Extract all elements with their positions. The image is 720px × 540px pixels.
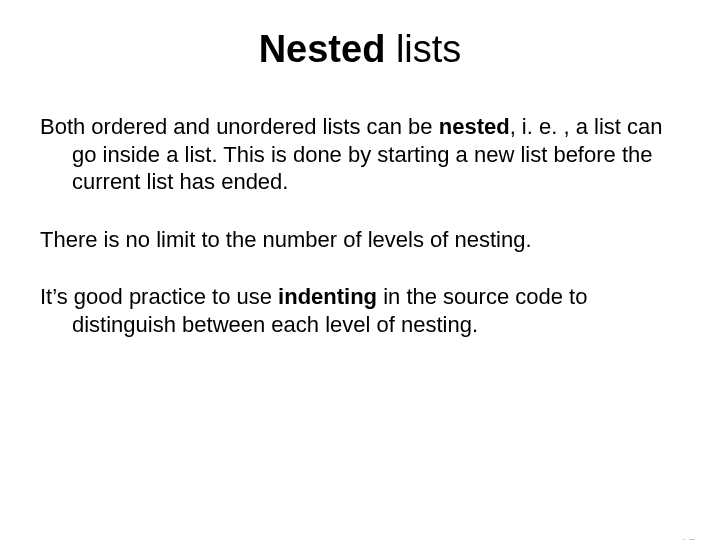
slide-body: Both ordered and unordered lists can be … — [0, 113, 720, 338]
paragraph-1: Both ordered and unordered lists can be … — [40, 113, 680, 196]
paragraph-3: It’s good practice to use indenting in t… — [40, 283, 680, 338]
slide: Nested lists Both ordered and unordered … — [0, 28, 720, 540]
p3-bold: indenting — [278, 284, 377, 309]
p1-bold: nested — [439, 114, 510, 139]
title-rest: lists — [385, 28, 461, 70]
p1-pre: Both ordered and unordered lists can be — [40, 114, 439, 139]
p2-text: There is no limit to the number of level… — [40, 226, 680, 254]
slide-title: Nested lists — [0, 28, 720, 71]
p3-pre: It’s good practice to use — [40, 284, 278, 309]
title-bold: Nested — [259, 28, 386, 70]
page-number: 15 — [680, 536, 696, 540]
paragraph-2: There is no limit to the number of level… — [40, 226, 680, 254]
